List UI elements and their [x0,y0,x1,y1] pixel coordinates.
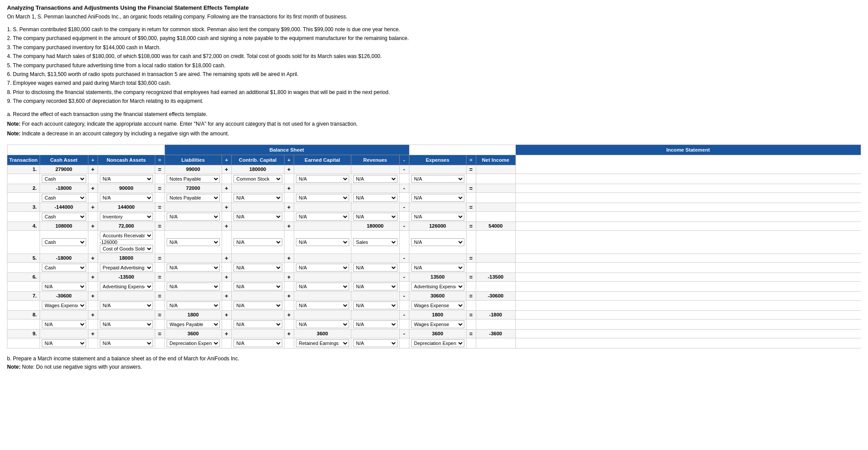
revenues-account-select[interactable]: N/A [351,300,399,310]
table-row: = [466,203,476,211]
table-row [7,192,40,203]
noncash-account-select[interactable]: N/A [98,192,155,203]
table-row: - [399,310,409,319]
contrib-account-select[interactable]: Common Stock [231,174,284,184]
liabilities-account-select[interactable]: Notes Payable [164,174,222,184]
cash-account-select[interactable]: Wages Expense [40,300,88,310]
revenues-account-select[interactable]: N/A [351,338,399,348]
contrib-account-select[interactable]: N/A [231,281,284,291]
revenues-account-select[interactable]: N/A [351,262,399,272]
table-row [98,165,155,174]
contrib-account-select[interactable]: N/A [231,211,284,221]
contrib-account-select[interactable]: N/A [231,319,284,329]
op-minus [399,338,409,348]
table-row [40,310,88,319]
contrib-account-select[interactable]: N/A [231,230,284,254]
expenses-account-select[interactable]: N/A [409,230,466,254]
expenses-account-select[interactable]: N/A [409,174,466,184]
table-row: - [399,254,409,262]
expenses-account-select[interactable]: N/A [409,211,466,221]
expenses-account-select[interactable]: Advertising Expense [409,281,466,291]
table-row [231,329,284,338]
earned-account-select[interactable]: N/A [294,281,351,291]
table-row [351,165,399,174]
earned-account-select[interactable]: Retained Earnings [294,338,351,348]
table-row: 9. [7,329,40,338]
table-row: 54000 [476,221,515,230]
noncash-account-select[interactable]: N/A [98,174,155,184]
contrib-account-select[interactable]: N/A [231,338,284,348]
col-eq1: = [155,155,164,165]
liabilities-account-select[interactable]: N/A [164,281,222,291]
expenses-account-select[interactable]: Wages Expense [409,319,466,329]
table-row: 1. [7,165,40,174]
op-eq [155,338,164,348]
table-row [294,165,351,174]
op-eq2 [466,192,476,203]
earned-account-select[interactable]: N/A [294,211,351,221]
expenses-account-select[interactable]: N/A [409,192,466,203]
op-eq [155,211,164,221]
cash-account-select[interactable]: N/A [40,281,88,291]
liabilities-account-select[interactable]: N/A [164,230,222,254]
liabilities-account-select[interactable]: Depreciation Expense [164,338,222,348]
earned-account-select[interactable]: N/A [294,300,351,310]
cash-account-select[interactable]: Cash [40,174,88,184]
noncash-account-select[interactable]: Accounts Receivable-126000Cost of Goods … [98,230,155,254]
noncash-account-select[interactable]: Inventory [98,211,155,221]
noncash-account-select[interactable]: Advertising Expense [98,281,155,291]
liabilities-account-select[interactable]: N/A [164,300,222,310]
earned-account-select[interactable]: N/A [294,319,351,329]
liabilities-account-select[interactable]: Notes Payable [164,192,222,203]
table-row: 13500 [409,272,466,281]
contrib-account-select[interactable]: N/A [231,192,284,203]
contrib-account-select[interactable]: N/A [231,262,284,272]
table-row: = [155,254,164,262]
table-row [294,310,351,319]
liabilities-account-select[interactable]: Wages Payable [164,319,222,329]
cash-account-select[interactable]: Cash [40,211,88,221]
table-row: 3600 [294,329,351,338]
transaction-3: 3. The company purchased inventory for $… [7,43,861,52]
cash-account-select[interactable]: N/A [40,338,88,348]
contrib-account-select[interactable]: N/A [231,300,284,310]
op-eq2 [466,300,476,310]
op-eq [155,192,164,203]
op-plus3 [284,262,294,272]
table-row: -18000 [40,184,88,192]
revenues-account-select[interactable]: N/A [351,174,399,184]
expenses-account-select[interactable]: N/A [409,262,466,272]
income-statement-header: Income Statement [515,145,861,155]
noncash-account-select[interactable]: N/A [98,319,155,329]
table-row [164,221,222,230]
table-row: -13500 [98,272,155,281]
col-revenues: Revenues [351,155,399,165]
op-eq2 [466,319,476,329]
earned-account-select[interactable]: N/A [294,262,351,272]
table-row: = [466,254,476,262]
noncash-account-select[interactable]: N/A [98,300,155,310]
table-row: + [222,254,231,262]
op-plus2 [222,338,231,348]
cash-account-select[interactable]: Cash [40,192,88,203]
op-eq [155,174,164,184]
table-row: + [222,221,231,230]
revenues-account-select[interactable]: N/A [351,319,399,329]
earned-account-select[interactable]: N/A [294,174,351,184]
revenues-account-select[interactable]: N/A [351,281,399,291]
liabilities-account-select[interactable]: N/A [164,262,222,272]
noncash-account-select[interactable]: N/A [98,338,155,348]
cash-account-select[interactable]: N/A [40,319,88,329]
cash-account-select[interactable]: Cash [40,262,88,272]
expenses-account-select[interactable]: Depreciation Expense [409,338,466,348]
expenses-account-select[interactable]: Wages Expense [409,300,466,310]
cash-account-select[interactable]: Cash [40,230,88,254]
noncash-account-select[interactable]: Prepaid Advertising [98,262,155,272]
earned-account-select[interactable]: N/A [294,230,351,254]
net-income-cell [476,230,515,254]
revenues-account-select[interactable]: Sales [351,230,399,254]
revenues-account-select[interactable]: N/A [351,211,399,221]
revenues-account-select[interactable]: N/A [351,192,399,203]
liabilities-account-select[interactable]: N/A [164,211,222,221]
earned-account-select[interactable]: N/A [294,192,351,203]
